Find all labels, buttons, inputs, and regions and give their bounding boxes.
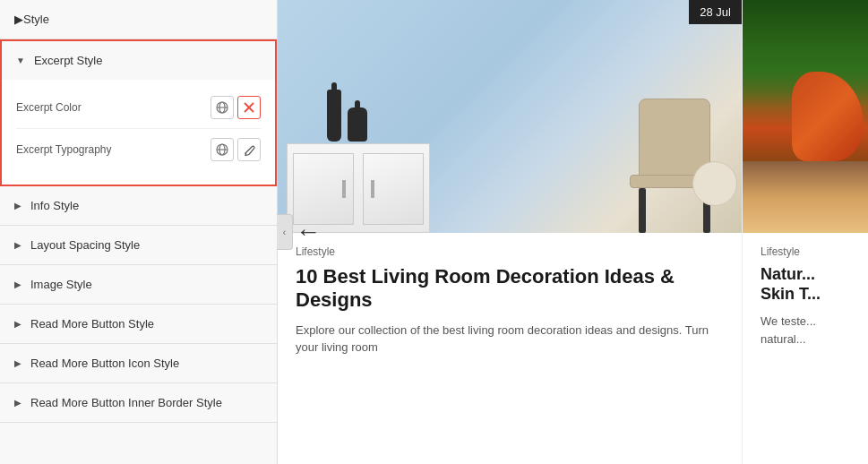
image-style-section: ▶ Image Style xyxy=(0,265,277,305)
collapse-arrow-icon: ‹ xyxy=(283,228,286,237)
read-more-button-style-label: Read More Button Style xyxy=(30,317,154,331)
layout-spacing-style-label: Layout Spacing Style xyxy=(30,238,140,252)
info-style-arrow-icon: ▶ xyxy=(14,201,21,211)
cabinet-door-left xyxy=(293,153,354,225)
read-more-button-style-section: ▶ Read More Button Style xyxy=(0,305,277,344)
left-panel: ▶ Style ▼ Excerpt Style Excerpt Color xyxy=(0,0,278,464)
read-more-button-inner-border-arrow-icon: ▶ xyxy=(14,398,21,408)
preview-panel: ← 28 Jul xyxy=(278,0,868,464)
cards-container: 28 Jul xyxy=(278,0,868,464)
chair-leg-front-left xyxy=(639,188,646,233)
read-more-button-icon-arrow-icon: ▶ xyxy=(14,358,21,368)
card-2-excerpt: We teste...natural... xyxy=(761,313,850,348)
card-1-excerpt: Explore our collection of the best livin… xyxy=(296,322,724,357)
image-style-label: Image Style xyxy=(30,278,92,291)
excerpt-color-label: Excerpt Color xyxy=(16,101,82,114)
excerpt-color-globe-button[interactable] xyxy=(211,96,234,119)
excerpt-typography-actions xyxy=(211,138,261,161)
excerpt-color-actions xyxy=(211,96,261,119)
article-card-1: 28 Jul xyxy=(278,0,743,464)
excerpt-style-header[interactable]: ▼ Excerpt Style xyxy=(2,41,275,80)
style-section-label: Style xyxy=(23,13,49,26)
cabinet-handle-right xyxy=(371,180,374,198)
card-2-category: Lifestyle xyxy=(761,245,850,258)
date-badge: 28 Jul xyxy=(689,0,742,24)
read-more-button-icon-style-section: ▶ Read More Button Icon Style xyxy=(0,344,277,383)
read-more-button-icon-style-label: Read More Button Icon Style xyxy=(30,357,179,370)
style-section-header[interactable]: ▶ Style xyxy=(0,0,277,39)
room-furniture xyxy=(278,72,742,233)
cabinet-handle-left xyxy=(342,180,346,198)
excerpt-style-body: Excerpt Color xyxy=(2,80,275,185)
layout-spacing-arrow-icon: ▶ xyxy=(14,240,21,250)
read-more-button-inner-border-style-section: ▶ Read More Button Inner Border Style xyxy=(0,383,277,423)
read-more-button-arrow-icon: ▶ xyxy=(14,319,21,329)
excerpt-typography-edit-button[interactable] xyxy=(237,138,261,161)
excerpt-typography-globe-button[interactable] xyxy=(211,138,234,161)
info-style-section: ▶ Info Style xyxy=(0,186,277,226)
info-style-header[interactable]: ▶ Info Style xyxy=(0,186,277,225)
card-1-image: 28 Jul xyxy=(278,0,742,233)
image-style-arrow-icon: ▶ xyxy=(14,279,21,289)
excerpt-color-row: Excerpt Color xyxy=(16,87,261,129)
room-scene: 28 Jul xyxy=(278,0,742,233)
layout-spacing-style-section: ▶ Layout Spacing Style xyxy=(0,226,277,265)
card-1-content: Lifestyle 10 Best Living Room Decoration… xyxy=(296,233,724,357)
collapse-panel-button[interactable]: ‹ xyxy=(277,214,293,250)
card-1-category: Lifestyle xyxy=(296,245,724,258)
read-more-button-inner-border-style-label: Read More Button Inner Border Style xyxy=(30,396,222,409)
info-style-label: Info Style xyxy=(30,199,79,212)
card-2-title: Natur...Skin T... xyxy=(761,265,850,304)
back-arrow-button[interactable]: ← xyxy=(296,218,321,246)
right-panel-wrapper: ‹ ← 28 Jul xyxy=(278,0,868,464)
nature-scene xyxy=(743,0,868,233)
excerpt-style-arrow-icon: ▼ xyxy=(16,56,25,65)
card-1-title: 10 Best Living Room Decoration Ideas & D… xyxy=(296,265,724,313)
layout-spacing-style-header[interactable]: ▶ Layout Spacing Style xyxy=(0,226,277,264)
card-2-image xyxy=(743,0,868,233)
read-more-button-style-header[interactable]: ▶ Read More Button Style xyxy=(0,305,277,343)
style-section: ▶ Style xyxy=(0,0,277,39)
article-card-2: Lifestyle Natur...Skin T... We teste...n… xyxy=(743,0,868,464)
card-2-content: Lifestyle Natur...Skin T... We teste...n… xyxy=(761,233,850,348)
excerpt-style-section: ▼ Excerpt Style Excerpt Color xyxy=(0,39,277,186)
tall-vase xyxy=(327,90,341,142)
excerpt-style-label: Excerpt Style xyxy=(34,54,103,67)
wood-surface xyxy=(743,161,868,233)
excerpt-typography-row: Excerpt Typography xyxy=(16,129,261,170)
cabinet-door-right xyxy=(363,153,424,225)
round-table xyxy=(692,161,737,206)
read-more-button-icon-style-header[interactable]: ▶ Read More Button Icon Style xyxy=(0,344,277,382)
excerpt-color-clear-button[interactable] xyxy=(237,96,261,119)
read-more-button-inner-border-style-header[interactable]: ▶ Read More Button Inner Border Style xyxy=(0,383,277,422)
style-arrow-icon: ▶ xyxy=(14,13,23,26)
excerpt-typography-label: Excerpt Typography xyxy=(16,143,112,156)
short-vase xyxy=(348,107,367,142)
image-style-header[interactable]: ▶ Image Style xyxy=(0,265,277,304)
